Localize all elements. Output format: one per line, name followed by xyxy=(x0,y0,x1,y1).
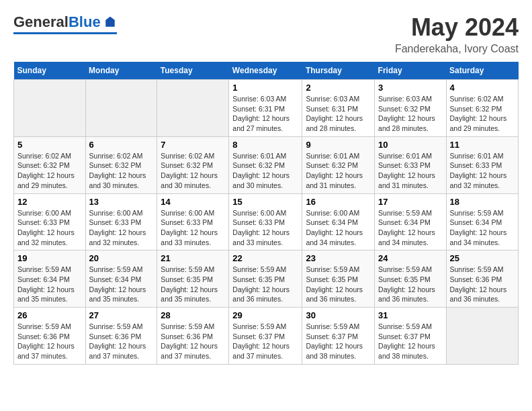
cell-sunset: Sunset: 6:32 PM xyxy=(378,104,442,114)
cell-daylight: Daylight: 12 hours and 30 minutes. xyxy=(232,171,298,190)
cell-sunset: Sunset: 6:36 PM xyxy=(17,332,82,342)
cell-sunset: Sunset: 6:31 PM xyxy=(306,104,371,114)
day-number: 11 xyxy=(450,140,515,150)
cell-daylight: Daylight: 12 hours and 29 minutes. xyxy=(450,113,515,133)
cell-daylight: Daylight: 12 hours and 32 minutes. xyxy=(17,228,82,247)
cell-sunrise: Sunrise: 5:59 AM xyxy=(17,265,82,275)
calendar-cell: 11 Sunrise: 6:01 AM Sunset: 6:33 PM Dayl… xyxy=(446,136,519,193)
cell-sunset: Sunset: 6:33 PM xyxy=(378,161,442,171)
day-number: 6 xyxy=(89,140,154,150)
day-number: 27 xyxy=(89,310,154,320)
calendar-week-row: 26 Sunrise: 5:59 AM Sunset: 6:36 PM Dayl… xyxy=(14,308,519,365)
cell-sunrise: Sunrise: 6:01 AM xyxy=(306,151,371,161)
calendar-cell: 3 Sunrise: 6:03 AM Sunset: 6:32 PM Dayli… xyxy=(375,80,446,137)
day-header-sunday: Sunday xyxy=(14,62,86,80)
cell-daylight: Daylight: 12 hours and 33 minutes. xyxy=(232,228,298,247)
calendar-cell: 29 Sunrise: 5:59 AM Sunset: 6:37 PM Dayl… xyxy=(229,308,302,365)
cell-daylight: Daylight: 12 hours and 28 minutes. xyxy=(306,113,371,133)
cell-daylight: Daylight: 12 hours and 27 minutes. xyxy=(232,113,298,133)
cell-daylight: Daylight: 12 hours and 33 minutes. xyxy=(161,228,225,247)
cell-daylight: Daylight: 12 hours and 31 minutes. xyxy=(306,171,371,190)
cell-sunset: Sunset: 6:33 PM xyxy=(450,161,515,171)
cell-sunset: Sunset: 6:35 PM xyxy=(306,275,371,285)
cell-sunset: Sunset: 6:34 PM xyxy=(450,218,515,228)
day-number: 7 xyxy=(161,140,225,150)
cell-sunrise: Sunrise: 5:59 AM xyxy=(232,265,298,275)
calendar-cell: 22 Sunrise: 5:59 AM Sunset: 6:35 PM Dayl… xyxy=(229,250,302,308)
day-number: 3 xyxy=(378,83,442,93)
day-number: 29 xyxy=(232,310,298,320)
calendar-cell: 1 Sunrise: 6:03 AM Sunset: 6:31 PM Dayli… xyxy=(229,80,302,137)
cell-sunrise: Sunrise: 5:59 AM xyxy=(450,265,515,275)
calendar-cell: 9 Sunrise: 6:01 AM Sunset: 6:32 PM Dayli… xyxy=(302,136,375,193)
day-number: 16 xyxy=(306,197,371,207)
day-number: 28 xyxy=(161,310,225,320)
cell-daylight: Daylight: 12 hours and 32 minutes. xyxy=(450,171,515,190)
cell-sunrise: Sunrise: 5:59 AM xyxy=(306,265,371,275)
subtitle: Fanderekaha, Ivory Coast xyxy=(395,43,519,55)
cell-sunrise: Sunrise: 5:59 AM xyxy=(306,322,371,332)
cell-sunset: Sunset: 6:32 PM xyxy=(161,161,225,171)
day-number: 14 xyxy=(161,197,225,207)
day-number: 25 xyxy=(450,253,515,263)
calendar-cell: 8 Sunrise: 6:01 AM Sunset: 6:32 PM Dayli… xyxy=(229,136,302,193)
cell-sunset: Sunset: 6:34 PM xyxy=(378,218,442,228)
cell-sunset: Sunset: 6:32 PM xyxy=(89,161,154,171)
day-number: 21 xyxy=(161,253,225,263)
cell-sunrise: Sunrise: 6:00 AM xyxy=(161,208,225,218)
cell-daylight: Daylight: 12 hours and 34 minutes. xyxy=(378,228,442,247)
calendar-cell: 28 Sunrise: 5:59 AM Sunset: 6:36 PM Dayl… xyxy=(157,308,229,365)
cell-sunset: Sunset: 6:37 PM xyxy=(378,332,442,342)
day-number: 13 xyxy=(89,197,154,207)
cell-sunset: Sunset: 6:32 PM xyxy=(450,104,515,114)
cell-daylight: Daylight: 12 hours and 36 minutes. xyxy=(450,285,515,304)
calendar-cell: 19 Sunrise: 5:59 AM Sunset: 6:34 PM Dayl… xyxy=(14,250,86,308)
cell-sunset: Sunset: 6:36 PM xyxy=(89,332,154,342)
calendar-cell: 17 Sunrise: 5:59 AM Sunset: 6:34 PM Dayl… xyxy=(375,193,446,250)
calendar-cell: 30 Sunrise: 5:59 AM Sunset: 6:37 PM Dayl… xyxy=(302,308,375,365)
day-number: 17 xyxy=(378,197,442,207)
cell-sunrise: Sunrise: 5:59 AM xyxy=(378,208,442,218)
cell-sunset: Sunset: 6:34 PM xyxy=(89,275,154,285)
cell-daylight: Daylight: 12 hours and 30 minutes. xyxy=(161,171,225,190)
cell-daylight: Daylight: 12 hours and 30 minutes. xyxy=(89,171,154,190)
cell-sunrise: Sunrise: 5:59 AM xyxy=(17,322,82,332)
cell-sunset: Sunset: 6:32 PM xyxy=(306,161,371,171)
cell-sunrise: Sunrise: 5:59 AM xyxy=(378,265,442,275)
cell-sunrise: Sunrise: 6:02 AM xyxy=(450,94,515,104)
logo: General Blue xyxy=(13,13,117,34)
main-title: May 2024 xyxy=(395,13,519,42)
day-header-saturday: Saturday xyxy=(446,62,519,80)
calendar-week-row: 1 Sunrise: 6:03 AM Sunset: 6:31 PM Dayli… xyxy=(14,80,519,137)
cell-daylight: Daylight: 12 hours and 35 minutes. xyxy=(161,285,225,304)
calendar-cell: 12 Sunrise: 6:00 AM Sunset: 6:33 PM Dayl… xyxy=(14,193,86,250)
day-header-monday: Monday xyxy=(85,62,157,80)
cell-sunset: Sunset: 6:33 PM xyxy=(232,218,298,228)
cell-sunrise: Sunrise: 5:59 AM xyxy=(89,322,154,332)
calendar-cell xyxy=(157,80,229,137)
day-number: 22 xyxy=(232,253,298,263)
cell-daylight: Daylight: 12 hours and 29 minutes. xyxy=(17,171,82,190)
day-number: 15 xyxy=(232,197,298,207)
day-number: 8 xyxy=(232,140,298,150)
cell-sunrise: Sunrise: 6:02 AM xyxy=(161,151,225,161)
cell-sunrise: Sunrise: 6:00 AM xyxy=(17,208,82,218)
cell-sunrise: Sunrise: 5:59 AM xyxy=(89,265,154,275)
calendar-week-row: 19 Sunrise: 5:59 AM Sunset: 6:34 PM Dayl… xyxy=(14,250,519,308)
cell-daylight: Daylight: 12 hours and 28 minutes. xyxy=(378,113,442,133)
cell-daylight: Daylight: 12 hours and 37 minutes. xyxy=(161,341,225,361)
cell-sunset: Sunset: 6:32 PM xyxy=(17,161,82,171)
calendar-cell: 2 Sunrise: 6:03 AM Sunset: 6:31 PM Dayli… xyxy=(302,80,375,137)
day-header-wednesday: Wednesday xyxy=(229,62,302,80)
calendar-cell: 24 Sunrise: 5:59 AM Sunset: 6:35 PM Dayl… xyxy=(375,250,446,308)
cell-sunset: Sunset: 6:37 PM xyxy=(306,332,371,342)
calendar-cell: 20 Sunrise: 5:59 AM Sunset: 6:34 PM Dayl… xyxy=(85,250,157,308)
cell-sunrise: Sunrise: 6:02 AM xyxy=(17,151,82,161)
day-header-thursday: Thursday xyxy=(302,62,375,80)
calendar-cell: 13 Sunrise: 6:00 AM Sunset: 6:33 PM Dayl… xyxy=(85,193,157,250)
cell-daylight: Daylight: 12 hours and 37 minutes. xyxy=(17,341,82,361)
calendar-cell: 18 Sunrise: 5:59 AM Sunset: 6:34 PM Dayl… xyxy=(446,193,519,250)
day-header-tuesday: Tuesday xyxy=(157,62,229,80)
cell-sunset: Sunset: 6:33 PM xyxy=(17,218,82,228)
day-number: 9 xyxy=(306,140,371,150)
